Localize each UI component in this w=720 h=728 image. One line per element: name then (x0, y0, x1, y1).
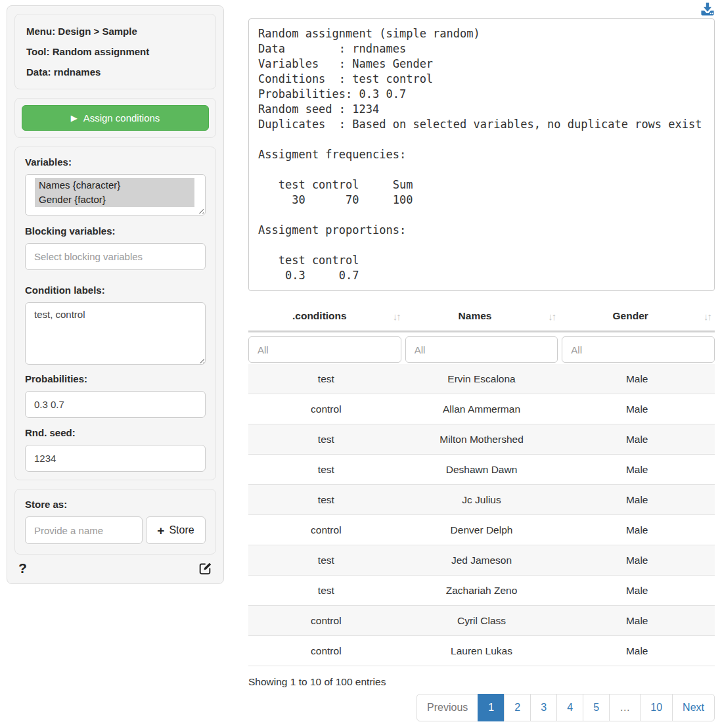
table-row: control Allan Ammerman Male (248, 394, 715, 424)
column-label: Gender (613, 310, 648, 321)
blocking-variables-label: Blocking variables: (25, 225, 206, 237)
cell-gender: Male (559, 394, 715, 424)
cell-name: Denver Delph (404, 515, 560, 545)
run-panel: ▶ Assign conditions (14, 98, 216, 138)
variables-option-names[interactable]: Names {character} (35, 178, 194, 193)
filter-conditions-input[interactable] (248, 336, 401, 363)
sort-both-icon[interactable]: ↓↑ (548, 311, 555, 322)
condition-labels-wrap: test, control (25, 302, 206, 365)
random-seed-label: Rnd. seed: (25, 427, 206, 438)
cell-condition: test (248, 485, 404, 514)
table-row: control Cyril Class Male (248, 606, 715, 636)
cell-gender: Male (559, 515, 715, 545)
assign-conditions-button[interactable]: ▶ Assign conditions (22, 105, 209, 131)
plus-icon: + (157, 524, 164, 537)
blocking-variables-input[interactable] (25, 243, 206, 270)
filter-names-input[interactable] (405, 336, 558, 363)
store-as-label: Store as: (25, 499, 206, 510)
radiant-random-assignment-page: Menu: Design > Sample Tool: Random assig… (0, 0, 720, 728)
cell-condition: control (248, 606, 404, 635)
cell-name: Jc Julius (404, 485, 560, 514)
variables-label: Variables: (25, 156, 206, 168)
variables-option-gender[interactable]: Gender {factor} (35, 193, 194, 207)
settings-panel: Variables: Names {character} Gender {fac… (14, 147, 216, 480)
probabilities-label: Probabilities: (25, 373, 206, 384)
column-label: .conditions (292, 310, 347, 321)
condition-labels-label: Condition labels: (25, 284, 206, 296)
cell-condition: control (248, 636, 404, 666)
condition-labels-textarea[interactable]: test, control (25, 302, 206, 365)
cell-condition: test (248, 424, 404, 454)
table-body: test Ervin Escalona Male control Allan A… (248, 364, 715, 666)
context-info-panel: Menu: Design > Sample Tool: Random assig… (14, 14, 216, 89)
sort-both-icon[interactable]: ↓↑ (704, 311, 711, 322)
cell-gender: Male (559, 545, 715, 575)
store-name-input[interactable] (25, 516, 143, 544)
cell-condition: test (248, 545, 404, 575)
download-icon[interactable] (700, 2, 715, 16)
pagination-page-1[interactable]: 1 (478, 694, 505, 721)
edit-report-icon[interactable] (198, 561, 212, 576)
data-table: .conditions ↓↑ Names ↓↑ Gender ↓↑ (248, 302, 715, 666)
table-row: test Deshawn Dawn Male (248, 455, 715, 485)
data-info: Data: rndnames (26, 62, 204, 82)
pagination-next[interactable]: Next (672, 694, 715, 721)
table-filter-row (248, 332, 715, 364)
cell-condition: control (248, 515, 404, 545)
table-row: test Milton Mothershed Male (248, 424, 715, 455)
pagination-page-3[interactable]: 3 (530, 694, 557, 721)
store-panel: Store as: + Store (14, 489, 216, 555)
probabilities-input[interactable] (25, 391, 206, 418)
sort-both-icon[interactable]: ↓↑ (393, 311, 400, 322)
cell-gender: Male (559, 364, 715, 394)
sidebar-footer: ? (14, 558, 216, 580)
table-header: .conditions ↓↑ Names ↓↑ Gender ↓↑ (248, 302, 715, 332)
pagination-ellipsis: … (609, 694, 641, 721)
table-row: test Jed Jameson Male (248, 545, 715, 576)
column-header-names[interactable]: Names ↓↑ (404, 302, 560, 330)
table-row: control Denver Delph Male (248, 515, 715, 545)
cell-condition: control (248, 394, 404, 424)
table-row: test Ervin Escalona Male (248, 364, 715, 394)
cell-name: Ervin Escalona (404, 364, 560, 394)
help-icon[interactable]: ? (18, 560, 27, 576)
variables-select[interactable]: Names {character} Gender {factor} (25, 174, 206, 216)
table-row: test Jc Julius Male (248, 485, 715, 515)
cell-name: Milton Mothershed (404, 424, 560, 454)
table-row: test Zachariah Zeno Male (248, 576, 715, 606)
cell-gender: Male (559, 606, 715, 635)
cell-name: Allan Ammerman (404, 394, 560, 424)
cell-name: Lauren Lukas (404, 636, 560, 666)
cell-name: Zachariah Zeno (404, 576, 560, 605)
pagination-page-2[interactable]: 2 (504, 694, 531, 721)
cell-condition: test (248, 576, 404, 605)
cell-name: Cyril Class (404, 606, 560, 635)
assign-conditions-label: Assign conditions (83, 112, 160, 124)
cell-condition: test (248, 364, 404, 394)
play-icon: ▶ (71, 114, 78, 122)
summary-output: Random assignment (simple random) Data :… (248, 18, 715, 291)
tool-info: Tool: Random assignment (26, 41, 204, 62)
store-button-label: Store (169, 524, 194, 536)
store-button[interactable]: + Store (146, 516, 206, 544)
pagination-page-5[interactable]: 5 (583, 694, 610, 721)
pagination-page-10[interactable]: 10 (640, 694, 673, 721)
filter-gender-input[interactable] (562, 336, 715, 363)
column-header-gender[interactable]: Gender ↓↑ (559, 302, 715, 330)
resize-grip-icon[interactable] (197, 207, 204, 214)
store-row: + Store (25, 516, 206, 544)
filter-cell (248, 336, 403, 363)
column-header-conditions[interactable]: .conditions ↓↑ (248, 302, 404, 330)
pagination: Previous 1 2 3 4 5 … 10 Next (248, 694, 715, 721)
toolbar (248, 0, 715, 18)
sidebar: Menu: Design > Sample Tool: Random assig… (7, 5, 224, 584)
cell-gender: Male (559, 455, 715, 484)
filter-cell (560, 336, 715, 363)
filter-cell (403, 336, 560, 363)
cell-name: Deshawn Dawn (404, 455, 560, 484)
pagination-page-4[interactable]: 4 (556, 694, 583, 721)
main-panel: Random assignment (simple random) Data :… (248, 0, 715, 721)
random-seed-input[interactable] (25, 445, 206, 472)
table-row: control Lauren Lukas Male (248, 636, 715, 666)
pagination-previous[interactable]: Previous (416, 694, 478, 721)
